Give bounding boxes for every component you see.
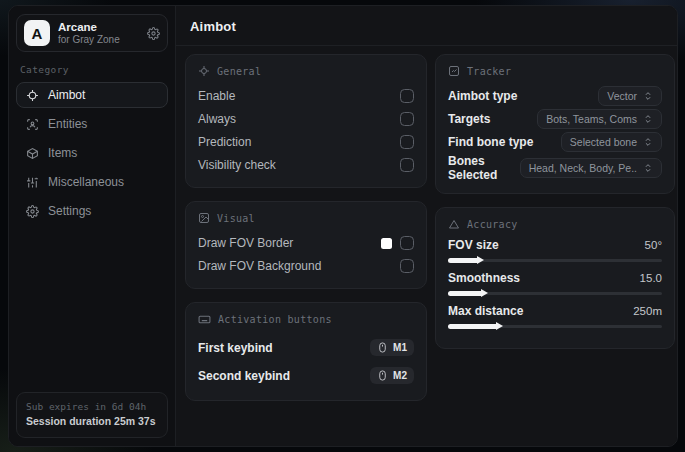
setting-label: Second keybind bbox=[198, 369, 290, 383]
visibility-check-checkbox[interactable] bbox=[400, 158, 414, 172]
setting-label: Draw FOV Border bbox=[198, 236, 293, 250]
fov-border-color-swatch[interactable] bbox=[381, 238, 392, 249]
bones-selected-select[interactable]: Head, Neck, Body, Pe.. bbox=[520, 158, 662, 178]
sidebar-item-entities[interactable]: Entities bbox=[16, 111, 168, 137]
crosshair-icon bbox=[26, 89, 39, 102]
sidebar-item-aimbot[interactable]: Aimbot bbox=[16, 82, 168, 108]
slider-smoothness: Smoothness 15.0 bbox=[448, 271, 662, 295]
setting-label: Find bone type bbox=[448, 135, 533, 149]
targets-select[interactable]: Bots, Teams, Coms bbox=[537, 109, 662, 129]
setting-label: Targets bbox=[448, 112, 490, 126]
sidebar-item-label: Settings bbox=[48, 204, 91, 218]
brand-subtitle: for Gray Zone bbox=[58, 34, 139, 46]
brand-logo: A bbox=[24, 20, 50, 46]
slider-fill bbox=[448, 291, 482, 296]
setting-label: Always bbox=[198, 112, 236, 126]
brand-card: A Arcane for Gray Zone bbox=[16, 14, 168, 52]
find-bone-type-select[interactable]: Selected bone bbox=[561, 132, 662, 152]
gear-icon[interactable] bbox=[147, 27, 160, 40]
subscription-status-card: Sub expires in 6d 04h Session duration 2… bbox=[16, 392, 168, 438]
column-right: Tracker Aimbot type Vector Targets bbox=[435, 54, 675, 349]
keybind-value: M2 bbox=[393, 370, 407, 381]
tracker-card: Tracker Aimbot type Vector Targets bbox=[435, 54, 675, 194]
setting-label: Draw FOV Background bbox=[198, 259, 321, 273]
card-title: Visual bbox=[217, 213, 255, 224]
card-title: Tracker bbox=[467, 66, 511, 77]
slider-fill bbox=[448, 258, 478, 263]
main-header: Aimbot bbox=[176, 6, 678, 46]
gear-icon bbox=[26, 205, 39, 218]
fov-size-slider[interactable] bbox=[448, 259, 662, 262]
image-icon bbox=[198, 212, 210, 224]
slider-fill bbox=[448, 324, 497, 329]
setting-label: Bones Selected bbox=[448, 154, 520, 182]
setting-row-always: Always bbox=[198, 108, 414, 130]
selected-value: Bots, Teams, Coms bbox=[546, 113, 637, 125]
slider-label: Smoothness bbox=[448, 271, 520, 285]
slider-max-distance: Max distance 250m bbox=[448, 304, 662, 328]
sub-expiry-text: Sub expires in 6d 04h bbox=[26, 400, 158, 414]
selected-value: Selected bone bbox=[570, 136, 637, 148]
setting-row-visibility-check: Visibility check bbox=[198, 154, 414, 176]
mouse-icon bbox=[377, 370, 388, 381]
max-distance-slider[interactable] bbox=[448, 325, 662, 328]
sidebar-item-label: Entities bbox=[48, 117, 87, 131]
aimbot-type-select[interactable]: Vector bbox=[598, 86, 662, 106]
setting-row-bones-selected: Bones Selected Head, Neck, Body, Pe.. bbox=[448, 154, 662, 182]
enable-checkbox[interactable] bbox=[400, 89, 414, 103]
slider-value: 15.0 bbox=[640, 272, 662, 284]
column-left: General Enable Always Prediction bbox=[185, 54, 427, 401]
setting-row-second-keybind: Second keybind M2 bbox=[198, 362, 414, 389]
slider-value: 250m bbox=[633, 305, 662, 317]
draw-fov-background-checkbox[interactable] bbox=[400, 259, 414, 273]
accuracy-card: Accuracy FOV size 50° Smoothness bbox=[435, 207, 675, 349]
second-keybind-button[interactable]: M2 bbox=[370, 367, 414, 384]
sidebar-item-label: Miscellaneous bbox=[48, 175, 124, 189]
slider-fov-size: FOV size 50° bbox=[448, 238, 662, 262]
prediction-checkbox[interactable] bbox=[400, 135, 414, 149]
visual-card: Visual Draw FOV Border Draw FOV Backgrou… bbox=[185, 201, 427, 289]
arcane-menu-window: A Arcane for Gray Zone Category Aimbot bbox=[8, 5, 678, 447]
smoothness-slider[interactable] bbox=[448, 292, 662, 295]
brand-name: Arcane bbox=[58, 21, 139, 34]
setting-label: Prediction bbox=[198, 135, 251, 149]
sidebar-item-settings[interactable]: Settings bbox=[16, 198, 168, 224]
slider-label: Max distance bbox=[448, 304, 523, 318]
slider-value: 50° bbox=[645, 239, 662, 251]
draw-fov-border-checkbox[interactable] bbox=[400, 236, 414, 250]
chevron-updown-icon bbox=[643, 137, 653, 147]
session-duration-text: Session duration 25m 37s bbox=[26, 414, 158, 430]
setting-row-targets: Targets Bots, Teams, Coms bbox=[448, 108, 662, 130]
tracker-icon bbox=[448, 65, 460, 77]
setting-label: Aimbot type bbox=[448, 89, 517, 103]
chevron-updown-icon bbox=[643, 114, 653, 124]
setting-row-first-keybind: First keybind M1 bbox=[198, 334, 414, 361]
setting-row-prediction: Prediction bbox=[198, 131, 414, 153]
sidebar-item-label: Items bbox=[48, 146, 77, 160]
chevron-updown-icon bbox=[643, 91, 653, 101]
setting-row-aimbot-type: Aimbot type Vector bbox=[448, 85, 662, 107]
activation-buttons-card: Activation buttons First keybind M1 Seco… bbox=[185, 302, 427, 401]
setting-row-enable: Enable bbox=[198, 85, 414, 107]
first-keybind-button[interactable]: M1 bbox=[370, 339, 414, 356]
card-title: Activation buttons bbox=[218, 314, 332, 325]
keyboard-icon bbox=[198, 313, 211, 326]
box-icon bbox=[26, 147, 39, 160]
main-body: General Enable Always Prediction bbox=[176, 46, 678, 446]
sliders-icon bbox=[26, 176, 39, 189]
setting-row-draw-fov-border: Draw FOV Border bbox=[198, 232, 414, 254]
setting-label: Enable bbox=[198, 89, 235, 103]
slider-label: FOV size bbox=[448, 238, 499, 252]
always-checkbox[interactable] bbox=[400, 112, 414, 126]
card-title: General bbox=[217, 66, 261, 77]
sidebar-item-miscellaneous[interactable]: Miscellaneous bbox=[16, 169, 168, 195]
selected-value: Vector bbox=[607, 90, 637, 102]
setting-row-draw-fov-background: Draw FOV Background bbox=[198, 255, 414, 277]
sidebar-item-items[interactable]: Items bbox=[16, 140, 168, 166]
category-label: Category bbox=[20, 64, 164, 75]
card-title: Accuracy bbox=[467, 219, 518, 230]
crosshair-icon bbox=[198, 65, 210, 77]
selected-value: Head, Neck, Body, Pe.. bbox=[529, 162, 637, 174]
keybind-value: M1 bbox=[393, 342, 407, 353]
sidebar-nav: Aimbot Entities Items Miscellaneous bbox=[16, 82, 168, 224]
